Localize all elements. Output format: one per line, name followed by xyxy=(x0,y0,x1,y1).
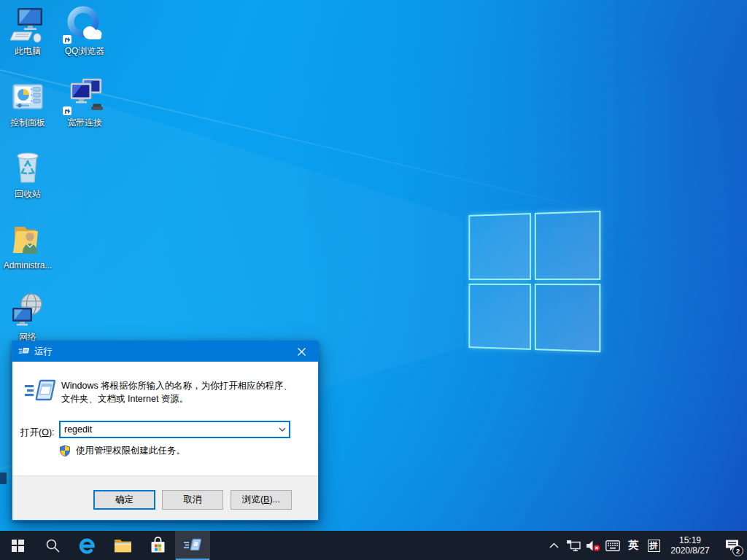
file-explorer-button[interactable] xyxy=(105,531,140,560)
control-panel-icon xyxy=(0,77,55,115)
recycle-bin-icon xyxy=(0,149,55,187)
this-pc-icon xyxy=(0,6,55,44)
cancel-button[interactable]: 取消 xyxy=(162,490,223,510)
chevron-down-icon xyxy=(279,427,286,432)
broadband-connection-icon xyxy=(57,77,112,115)
start-button[interactable] xyxy=(0,531,35,560)
desktop-icon-network[interactable]: 网络 xyxy=(0,292,55,342)
uac-shield-icon xyxy=(59,445,71,457)
dialog-title: 运行 xyxy=(34,346,285,358)
close-icon xyxy=(298,348,306,356)
admin-note-text: 使用管理权限创建此任务。 xyxy=(76,445,185,457)
store-icon xyxy=(150,537,166,554)
browse-label-suffix: )... xyxy=(269,494,280,505)
tray-date: 2020/8/27 xyxy=(670,545,709,556)
desktop-icon-label: 回收站 xyxy=(0,189,55,199)
network-icon xyxy=(0,292,55,330)
clock[interactable]: 15:19 2020/8/27 xyxy=(664,531,716,560)
open-field-label: 打开(O): xyxy=(20,424,55,441)
search-button[interactable] xyxy=(35,531,70,560)
ok-button[interactable]: 确定 xyxy=(93,490,155,510)
desktop-icon-label: Administra... xyxy=(0,260,55,271)
qq-browser-icon xyxy=(57,6,112,44)
browse-label-prefix: 浏览( xyxy=(242,494,263,505)
user-folder-icon xyxy=(0,220,55,258)
edge-button[interactable] xyxy=(70,531,105,560)
admin-note-row: 使用管理权限创建此任务。 xyxy=(59,445,185,457)
run-window-icon xyxy=(18,346,30,357)
windows-logo-pane xyxy=(534,211,600,280)
desktop-icon-administrator[interactable]: Administra... xyxy=(0,220,55,271)
open-combobox xyxy=(59,421,290,438)
desktop-icon-recycle-bin[interactable]: 回收站 xyxy=(0,149,55,199)
run-dialog-body: Windows 将根据你所输入的名称，为你打开相应的程序、 文件夹、文档或 In… xyxy=(12,362,318,475)
partially-hidden-icon xyxy=(0,472,7,484)
volume-muted-icon xyxy=(586,540,600,552)
description-line-2: 文件夹、文档或 Internet 资源。 xyxy=(61,392,293,405)
close-button[interactable] xyxy=(285,341,318,362)
tray-time: 15:19 xyxy=(670,535,709,545)
shortcut-arrow-icon xyxy=(63,106,71,115)
run-dialog-titlebar[interactable]: 运行 xyxy=(12,341,318,362)
volume-tray-button[interactable] xyxy=(583,531,603,560)
windows-logo-pane xyxy=(468,283,530,349)
desktop-icon-label: 宽带连接 xyxy=(57,117,112,128)
run-window-icon-large xyxy=(25,378,55,404)
run-taskbar-button[interactable] xyxy=(175,531,210,560)
desktop-icon-label: 控制面板 xyxy=(0,117,55,128)
description-line-1: Windows 将根据你所输入的名称，为你打开相应的程序、 xyxy=(61,379,293,392)
search-icon xyxy=(45,538,60,553)
run-dialog-description: Windows 将根据你所输入的名称，为你打开相应的程序、 文件夹、文档或 In… xyxy=(61,379,293,405)
taskbar: 英 拼 15:19 2020/8/27 2 xyxy=(0,531,747,560)
ime-pinyin-icon: 拼 xyxy=(648,540,660,552)
taskbar-empty-area xyxy=(210,531,544,560)
desktop-icon-qq-browser[interactable]: QQ浏览器 xyxy=(57,6,112,56)
shortcut-arrow-icon xyxy=(63,35,71,44)
ime-mode-button[interactable]: 拼 xyxy=(643,531,664,560)
open-input[interactable] xyxy=(61,422,276,437)
open-label-prefix: 打开( xyxy=(20,427,42,438)
open-label-accesskey: O xyxy=(42,427,49,438)
network-tray-button[interactable] xyxy=(563,531,583,560)
start-icon xyxy=(12,540,24,552)
keyboard-icon xyxy=(605,540,620,551)
windows-logo-wallpaper xyxy=(468,211,600,352)
edge-icon xyxy=(78,536,97,555)
store-button[interactable] xyxy=(140,531,175,560)
chevron-up-icon xyxy=(549,542,559,548)
action-center-button[interactable]: 2 xyxy=(716,531,747,560)
ime-language-button[interactable]: 英 xyxy=(623,531,643,560)
windows-logo-pane xyxy=(468,213,530,279)
desktop-icon-this-pc[interactable]: 此电脑 xyxy=(0,6,55,56)
run-dialog: 运行 Windows 将根据你所输入的名称，为你打开相应的程序、 文件夹、文档或… xyxy=(12,341,319,521)
desktop-icon-broadband[interactable]: 宽带连接 xyxy=(57,77,112,128)
combobox-dropdown-button[interactable] xyxy=(276,422,289,437)
ethernet-icon xyxy=(566,540,581,552)
browse-button[interactable]: 浏览(B)... xyxy=(231,490,292,510)
desktop-icon-label: QQ浏览器 xyxy=(57,46,112,56)
touch-keyboard-button[interactable] xyxy=(603,531,623,560)
show-hidden-icons-button[interactable] xyxy=(544,531,563,560)
notification-badge: 2 xyxy=(732,545,743,556)
file-explorer-icon xyxy=(114,538,132,553)
desktop-icon-label: 此电脑 xyxy=(0,46,55,56)
run-dialog-footer: 确定 取消 浏览(B)... xyxy=(12,475,318,520)
desktop-icon-control-panel[interactable]: 控制面板 xyxy=(0,77,55,128)
open-label-suffix: ): xyxy=(49,427,55,438)
run-window-icon xyxy=(184,537,201,553)
system-tray: 英 拼 15:19 2020/8/27 2 xyxy=(544,531,747,560)
windows-logo-pane xyxy=(534,284,600,353)
